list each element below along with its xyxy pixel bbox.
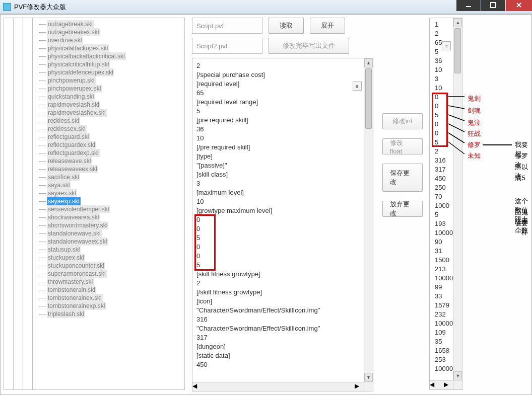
scroll-up-icon[interactable]: ▲ bbox=[364, 58, 373, 67]
svg-line-9 bbox=[448, 142, 464, 154]
scroll-left-icon[interactable]: ◀ bbox=[430, 381, 439, 389]
file-tree-list[interactable]: outragebreak.skloutragebreakex.skloverdr… bbox=[33, 18, 184, 389]
svg-line-8 bbox=[448, 133, 464, 143]
tree-strip-2 bbox=[13, 18, 23, 390]
tree-item-label: standalonewave.skl bbox=[47, 229, 102, 238]
scroll-right-icon[interactable]: ▶ bbox=[444, 381, 453, 389]
tree-item-label: overdrive.skl bbox=[47, 36, 83, 44]
tree-item[interactable]: releasewave.skl bbox=[35, 157, 184, 165]
tree-item[interactable]: releasewaveex.skl bbox=[35, 165, 184, 173]
tree-item[interactable]: physicaldefenceupex.skl bbox=[35, 68, 184, 76]
tree-item[interactable]: shortswordmastery.skl bbox=[35, 221, 184, 229]
anno-comment: 值要一样 bbox=[515, 219, 531, 237]
svg-line-6 bbox=[448, 115, 464, 121]
window-title: PVF修改器大众版 bbox=[14, 3, 66, 12]
editor-options-icon[interactable]: ≡ bbox=[353, 82, 362, 91]
discard-changes-button[interactable]: 放弃更改 bbox=[382, 201, 423, 217]
tree-item[interactable]: pinchpowerup.skl bbox=[35, 76, 184, 85]
tree-item[interactable]: overdrive.skl bbox=[35, 36, 184, 44]
tree-item[interactable]: tombstonerainex.skl bbox=[35, 294, 184, 302]
tree-item[interactable]: stuckupex.skl bbox=[35, 254, 184, 262]
tree-item-label: sacrifice.skl bbox=[47, 173, 80, 181]
tree-item-label: releasewaveex.skl bbox=[47, 165, 98, 173]
scroll-right-icon[interactable]: ▶ bbox=[355, 382, 364, 391]
tree-strip-3 bbox=[23, 18, 32, 390]
script2-field[interactable]: Script2.pvf bbox=[192, 38, 262, 54]
tree-item-label: stuckupex.skl bbox=[47, 254, 85, 262]
tree-item-label: outragebreak.skl bbox=[47, 20, 94, 28]
tree-item[interactable]: rapidmoveslash.skl bbox=[35, 101, 184, 109]
tree-item[interactable]: pinchpowerupex.skl bbox=[35, 85, 184, 93]
window-minimize-button[interactable] bbox=[456, 0, 481, 11]
save-changes-button[interactable]: 保存更改 bbox=[382, 164, 423, 192]
tree-item[interactable]: tombstonerainexp.skl bbox=[35, 302, 184, 310]
editor-textarea[interactable]: 2 [/special purchase cost] [required lev… bbox=[192, 58, 373, 391]
tree-item[interactable]: sayaex.skl bbox=[35, 189, 184, 197]
tree-item[interactable]: tombstonerain.skl bbox=[35, 286, 184, 294]
tree-item[interactable]: superarmoroncast.skl bbox=[35, 270, 184, 278]
editor-vertical-scrollbar[interactable]: ▲ ▼ bbox=[364, 58, 373, 391]
scroll-left-icon[interactable]: ◀ bbox=[192, 382, 202, 391]
tree-item[interactable]: standalonewave.skl bbox=[35, 229, 184, 238]
window-maximize-button[interactable] bbox=[481, 0, 505, 11]
scroll-thumb[interactable] bbox=[454, 28, 461, 73]
script1-field[interactable]: Script.pvf bbox=[192, 18, 262, 34]
tree-item-label: reflectguard.skl bbox=[47, 133, 90, 141]
anno-connector-lines bbox=[444, 92, 470, 157]
tree-item-label: physicalattackupex.skl bbox=[47, 44, 109, 52]
tree-item-label: tombstonerainexp.skl bbox=[47, 302, 106, 310]
tree-item[interactable]: rapidmoveslashex.skl bbox=[35, 109, 184, 117]
tree-item[interactable]: sacrifice.skl bbox=[35, 173, 184, 181]
tree-item[interactable]: physicalbackattackcritical.skl bbox=[35, 52, 184, 60]
write-file-button[interactable]: 修改完毕写出文件 bbox=[269, 38, 349, 54]
tree-item-label: recklessex.skl bbox=[47, 125, 87, 133]
editor-panel: 2 [/special purchase cost] [required lev… bbox=[192, 58, 373, 391]
read-button[interactable]: 读取 bbox=[269, 18, 304, 34]
tree-item[interactable]: shockwavearea.skl bbox=[35, 213, 184, 221]
tree-item[interactable]: physicalattackupex.skl bbox=[35, 44, 184, 52]
values-options-icon[interactable]: ≡ bbox=[442, 41, 451, 50]
tree-item-label: reflectguardex.skl bbox=[47, 141, 96, 149]
tree-item[interactable]: physicalcriticalhitup.skl bbox=[35, 60, 184, 68]
tree-item-label: saya.skl bbox=[47, 181, 71, 189]
svg-line-7 bbox=[448, 124, 464, 132]
tree-item[interactable]: quickstanding.skl bbox=[35, 93, 184, 101]
tree-item[interactable]: reflectguard.skl bbox=[35, 133, 184, 141]
tree-item[interactable]: reflectguardex.skl bbox=[35, 141, 184, 149]
tree-item[interactable]: senseviolenttemper.skl bbox=[35, 205, 184, 213]
value-list-panel: 1 2 65 5 36 10 3 10 0 0 5 0 0 5 2 316 31… bbox=[429, 18, 462, 390]
anno-comment: 成5 bbox=[515, 174, 525, 183]
values-horizontal-scrollbar[interactable]: ◀ ▶ bbox=[430, 380, 453, 389]
scroll-down-icon[interactable]: ▼ bbox=[453, 371, 462, 380]
tree-item[interactable]: outragebreak.skl bbox=[35, 20, 184, 28]
tree-item[interactable]: statusup.skl bbox=[35, 246, 184, 254]
tree-item[interactable]: reckless.skl bbox=[35, 117, 184, 125]
values-vertical-scrollbar[interactable]: ▲ ▼ bbox=[453, 18, 462, 389]
tree-item[interactable]: sayaexp.skl bbox=[35, 197, 184, 205]
tree-item-label: shockwavearea.skl bbox=[47, 213, 100, 221]
modify-float-button[interactable]: 修改float bbox=[382, 138, 423, 154]
tree-item-label: tombstonerainex.skl bbox=[47, 294, 103, 302]
scroll-up-icon[interactable]: ▲ bbox=[453, 18, 462, 27]
scroll-down-icon[interactable]: ▼ bbox=[364, 373, 373, 382]
tree-item-label: throwmastery.skl bbox=[47, 278, 94, 286]
tree-item-label: shortswordmastery.skl bbox=[47, 221, 108, 229]
tree-item[interactable]: stuckuponcounter.skl bbox=[35, 262, 184, 270]
svg-rect-1 bbox=[491, 3, 496, 8]
anno-arrow bbox=[483, 144, 512, 145]
tree-item-label: statusup.skl bbox=[47, 246, 81, 254]
tree-item-label: physicalbackattackcritical.skl bbox=[47, 52, 126, 60]
expand-button[interactable]: 展开 bbox=[310, 18, 345, 34]
scroll-thumb[interactable] bbox=[365, 68, 372, 129]
editor-horizontal-scrollbar[interactable]: ◀ ▶ bbox=[192, 382, 364, 391]
tree-item[interactable]: standalonewaveex.skl bbox=[35, 238, 184, 246]
tree-item[interactable]: tripleslash.skl bbox=[35, 310, 184, 318]
tree-item[interactable]: outragebreakex.skl bbox=[35, 28, 184, 36]
window-close-button[interactable] bbox=[506, 0, 532, 11]
tree-item[interactable]: saya.skl bbox=[35, 181, 184, 189]
modify-int-button[interactable]: 修改int bbox=[382, 113, 423, 129]
tree-item[interactable]: recklessex.skl bbox=[35, 125, 184, 133]
tree-item[interactable]: reflectguardexp.skl bbox=[35, 149, 184, 157]
tree-item-label: reckless.skl bbox=[47, 117, 80, 125]
tree-item[interactable]: throwmastery.skl bbox=[35, 278, 184, 286]
